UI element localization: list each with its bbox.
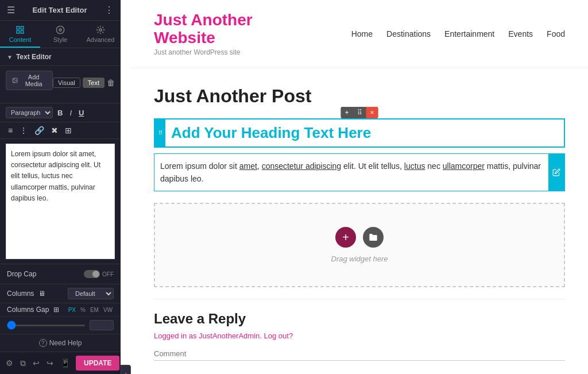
undo-icon[interactable]: ↩ (32, 357, 41, 369)
widget-folder-button[interactable] (363, 227, 384, 248)
site-brand: Just AnotherWebsite Just another WordPre… (154, 11, 253, 56)
site-header: Just AnotherWebsite Just another WordPre… (131, 0, 588, 68)
link-ullamcorper[interactable]: ullamcorper (443, 161, 485, 171)
comment-input[interactable] (154, 347, 565, 361)
paragraph-select[interactable]: Paragraph (6, 107, 53, 118)
bold-button[interactable]: B (55, 107, 65, 118)
gap-unit-pct[interactable]: % (79, 306, 87, 314)
gap-unit-em[interactable]: EM (89, 306, 100, 314)
leave-reply-section: Leave a Reply Logged in as JustAnotherAd… (154, 299, 565, 361)
add-media-button[interactable]: Add Media (6, 71, 53, 90)
remove-element-button[interactable]: × (366, 107, 378, 118)
move-handle[interactable]: ⠿ (155, 119, 165, 146)
help-icon[interactable]: ? (39, 339, 47, 347)
gap-units: PX % EM VW (67, 306, 114, 314)
widget-drop-zone: + Drag widget here (154, 203, 565, 287)
nav-destinations[interactable]: Destinations (386, 29, 431, 38)
svg-rect-2 (21, 30, 24, 33)
main-content: Just AnotherWebsite Just another WordPre… (131, 0, 588, 374)
section-label: Text Editor (16, 53, 52, 61)
redo-icon[interactable]: ↪ (45, 357, 55, 369)
link-consectetur[interactable]: consectetur adipiscing (262, 161, 342, 171)
columns-gap-label: Columns Gap (7, 306, 49, 314)
toggle-label: OFF (102, 271, 114, 277)
nav-entertainment[interactable]: Entertainment (444, 29, 494, 38)
format-bar: Paragraph B I U (0, 103, 121, 122)
heading-element-wrapper: + ⠿ × ⠿ Add Your Heading Text Here (154, 118, 565, 148)
body-text: Lorem ipsum dolor sit amet, consectetur … (160, 160, 544, 186)
visual-text-row: Visual Text 🗑 (53, 78, 115, 88)
layers-icon[interactable]: ⧉ (19, 357, 27, 369)
svg-rect-0 (17, 26, 20, 29)
slider-row (0, 316, 121, 334)
tab-style[interactable]: Style (40, 21, 80, 48)
tab-advanced[interactable]: Advanced (80, 21, 121, 48)
heading-text: Add Your Heading Text Here (171, 124, 557, 142)
list-ol-button[interactable]: ⋮ (17, 125, 30, 136)
move-element-button[interactable]: ⠿ (353, 107, 366, 118)
columns-label: Columns (7, 290, 34, 298)
drop-cap-toggle[interactable]: OFF (84, 270, 114, 278)
text-editor-content[interactable]: Lorem ipsum dolor sit amet, consectetur … (6, 144, 115, 259)
leave-reply-title: Leave a Reply (154, 311, 565, 327)
collapse-panel-button[interactable]: ‹ (121, 365, 131, 374)
post-title: Just Another Post (154, 86, 565, 107)
tab-content-label: Content (9, 36, 32, 43)
widget-buttons: + (335, 227, 384, 248)
editor-toolbar: Add Media Visual Text 🗑 (0, 66, 121, 103)
add-widget-button[interactable]: + (335, 227, 356, 248)
unlink-button[interactable]: ✖ (49, 125, 60, 136)
element-controls: + ⠿ × (341, 107, 378, 118)
link-button[interactable]: 🔗 (32, 125, 47, 136)
add-media-label: Add Media (21, 74, 47, 87)
hamburger-icon[interactable]: ☰ (7, 5, 15, 16)
svg-point-4 (56, 26, 64, 33)
need-help-label: Need Help (49, 339, 82, 347)
settings-icon[interactable]: ⚙ (5, 357, 14, 369)
update-button[interactable]: UPDATE (76, 356, 119, 371)
list-ul-button[interactable]: ≡ (6, 125, 15, 136)
add-element-button[interactable]: + (341, 107, 353, 118)
table-button[interactable]: ⊞ (63, 125, 74, 136)
nav-events[interactable]: Events (508, 29, 533, 38)
nav-food[interactable]: Food (547, 29, 565, 38)
need-help: ? Need Help (0, 334, 121, 352)
nav-home[interactable]: Home (351, 29, 373, 38)
svg-rect-3 (17, 30, 20, 33)
columns-select[interactable]: Default (68, 288, 114, 299)
site-nav: Home Destinations Entertainment Events F… (351, 29, 565, 38)
gap-slider[interactable] (7, 325, 85, 326)
svg-rect-1 (21, 26, 24, 29)
tab-content[interactable]: Content (0, 21, 40, 48)
gap-input[interactable] (90, 320, 114, 330)
panel-title: Edit Text Editor (25, 0, 94, 21)
gap-unit-vw[interactable]: VW (102, 306, 114, 314)
edit-text-button[interactable] (548, 154, 564, 191)
link-amet[interactable]: amet (239, 161, 257, 171)
grid-icon[interactable]: ⋮ (105, 5, 114, 16)
underline-button[interactable]: U (76, 107, 86, 118)
drag-widget-label: Drag widget here (331, 255, 388, 263)
section-header: ▼ Text Editor (0, 48, 121, 66)
trash-button[interactable]: 🗑 (107, 78, 115, 87)
panel-tabs: Content Style Advanced (0, 21, 121, 48)
visual-button[interactable]: Visual (53, 78, 80, 88)
site-title: Just AnotherWebsite (154, 11, 253, 47)
drop-cap-label: Drop Cap (7, 270, 36, 278)
columns-gap-icon: ⊞ (53, 306, 59, 314)
gap-unit-px[interactable]: PX (67, 306, 77, 314)
link-luctus[interactable]: luctus (404, 161, 425, 171)
svg-point-5 (59, 29, 61, 31)
svg-point-6 (99, 29, 102, 31)
left-panel: ☰ Edit Text Editor ⋮ Content Style Advan… (0, 0, 121, 374)
logged-in-text: Logged in as JustAnotherAdmin. Log out? (154, 331, 565, 340)
responsive-icon[interactable]: 📱 (59, 357, 71, 369)
page-content: Just Another Post + ⠿ × ⠿ Add Your Headi… (131, 68, 588, 374)
text-element-wrapper: Lorem ipsum dolor sit amet, consectetur … (154, 153, 565, 192)
svg-point-8 (14, 79, 14, 80)
italic-button[interactable]: I (67, 107, 74, 118)
columns-gap-row: Columns Gap ⊞ PX % EM VW (0, 303, 121, 316)
toggle-circle[interactable] (84, 270, 100, 278)
panel-topbar: ☰ Edit Text Editor ⋮ (0, 0, 121, 21)
text-button[interactable]: Text (83, 78, 105, 88)
